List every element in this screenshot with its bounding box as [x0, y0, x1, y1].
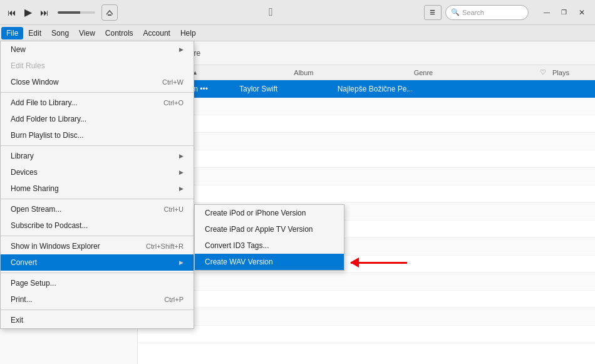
menu-library[interactable]: Library ▶: [1, 148, 194, 164]
table-area: Time Artist ▲ Album Genre ♡ Plays 3:48 e…: [138, 65, 595, 364]
table-row: [138, 238, 595, 256]
menu-song[interactable]: Song: [46, 27, 74, 39]
table-row: [138, 150, 595, 168]
table-header: Time Artist ▲ Album Genre ♡ Plays: [138, 65, 595, 80]
menu-close-window[interactable]: Close Window Ctrl+W: [1, 74, 194, 90]
close-button[interactable]: ✕: [574, 7, 590, 18]
restore-button[interactable]: ❐: [556, 7, 572, 18]
table-row: [138, 291, 595, 308]
divider-3: [1, 199, 194, 199]
selected-row-artist: Taylor Swift: [239, 85, 338, 93]
table-row: [138, 273, 595, 291]
search-placeholder: Search: [462, 9, 484, 16]
col-genre-header: Genre: [414, 69, 534, 76]
menu-open-stream[interactable]: Open Stream... Ctrl+U: [1, 201, 194, 217]
menu-burn-playlist[interactable]: Burn Playlist to Disc...: [1, 127, 194, 143]
menu-edit[interactable]: Edit: [23, 27, 46, 39]
menu-show-explorer[interactable]: Show in Windows Explorer Ctrl+Shift+R: [1, 238, 194, 254]
selected-row-album: Najlepše Božične Pe...: [338, 85, 436, 93]
menu-add-folder[interactable]: Add Folder to Library...: [1, 111, 194, 127]
playback-controls: ⏮ ▶ ⏭: [5, 4, 118, 21]
table-row: [138, 98, 595, 115]
forward-button[interactable]: ⏭: [38, 6, 51, 19]
devices-arrow-icon: ▶: [179, 169, 184, 175]
menu-subscribe-podcast[interactable]: Subscribe to Podcast...: [1, 217, 194, 234]
menu-controls[interactable]: Controls: [100, 27, 138, 39]
menu-add-file[interactable]: Add File to Library... Ctrl+O: [1, 95, 194, 111]
divider-5: [1, 273, 194, 273]
play-button[interactable]: ▶: [21, 6, 35, 19]
menu-home-sharing[interactable]: Home Sharing ▶: [1, 180, 194, 197]
menu-file[interactable]: File: [1, 27, 23, 39]
menu-view[interactable]: View: [74, 27, 100, 39]
svg-rect-0: [108, 14, 111, 16]
menu-help[interactable]: Help: [175, 27, 201, 39]
file-menu-dropdown: New ▶ Edit Rules Close Window Ctrl+W Add…: [0, 41, 194, 329]
divider-2: [1, 145, 194, 146]
table-row: [138, 133, 595, 150]
library-arrow-icon: ▶: [179, 153, 184, 159]
menu-account[interactable]: Account: [138, 27, 175, 39]
table-row: [138, 256, 595, 273]
title-bar-right: ☰ 🔍 Search — ❐ ✕: [424, 5, 590, 20]
table-row-selected[interactable]: 3:48 e Farm ••• Taylor Swift Najlepše Bo…: [138, 80, 595, 98]
menu-exit[interactable]: Exit: [1, 312, 194, 328]
home-sharing-arrow-icon: ▶: [179, 185, 184, 192]
airplay-button[interactable]: [101, 4, 118, 21]
rewind-button[interactable]: ⏮: [5, 6, 19, 19]
divider-1: [1, 92, 194, 93]
divider-4: [1, 236, 194, 236]
menu-convert[interactable]: Convert ▶: [1, 254, 194, 271]
list-view-button[interactable]: ☰: [424, 5, 442, 20]
col-plays-header: Plays: [552, 69, 590, 76]
table-row: [138, 115, 595, 133]
title-bar-left: ⏮ ▶ ⏭: [5, 4, 118, 21]
table-row: [138, 203, 595, 221]
table-row: [138, 185, 595, 203]
empty-rows: [138, 98, 595, 364]
table-row: [138, 308, 595, 326]
menu-bar: File Edit Song View Controls Account Hel…: [0, 25, 595, 41]
menu-print[interactable]: Print... Ctrl+P: [1, 291, 194, 308]
menu-page-setup[interactable]: Page Setup...: [1, 275, 194, 291]
volume-slider[interactable]: [58, 11, 95, 14]
window-controls: — ❐ ✕: [539, 7, 590, 18]
menu-edit-rules: Edit Rules: [1, 58, 194, 74]
col-heart-header: ♡: [534, 68, 552, 76]
search-box[interactable]: 🔍 Search: [445, 5, 529, 20]
title-bar: ⏮ ▶ ⏭  ☰ 🔍 Search — ❐ ✕: [0, 0, 595, 25]
new-arrow-icon: ▶: [179, 46, 184, 53]
table-row: [138, 326, 595, 343]
minimize-button[interactable]: —: [539, 7, 555, 18]
menu-new[interactable]: New ▶: [1, 41, 194, 58]
table-row: [138, 168, 595, 185]
table-row: [138, 221, 595, 238]
apple-logo: : [269, 6, 273, 19]
convert-arrow-icon: ▶: [179, 259, 184, 266]
col-album-header: Album: [294, 69, 413, 76]
divider-6: [1, 309, 194, 310]
menu-devices[interactable]: Devices ▶: [1, 164, 194, 180]
search-icon: 🔍: [451, 8, 460, 16]
